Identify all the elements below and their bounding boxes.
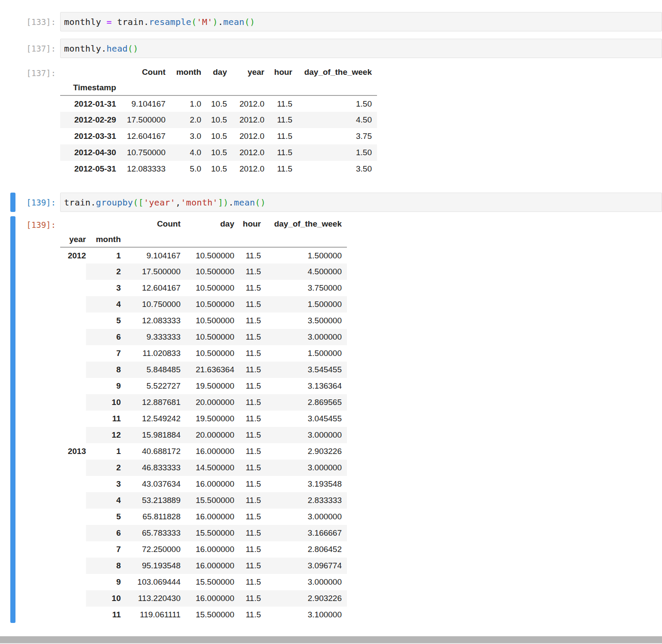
code-line: monthly.head() <box>64 43 658 54</box>
cell-hour: 11.5 <box>234 411 261 427</box>
cell-day-of-the-week: 3.000000 <box>261 509 347 525</box>
cell-day-of-the-week: 3.166667 <box>261 525 347 541</box>
cell-day: 16.000000 <box>181 509 234 525</box>
code-token: monthly <box>64 43 101 54</box>
active-output-collapser[interactable] <box>10 216 15 623</box>
cell-month: 1.0 <box>166 95 201 112</box>
row-index-month: 9 <box>86 378 121 394</box>
cell-count: 12.549242 <box>121 411 181 427</box>
table-body: 2012 1 9.104167 10.500000 11.5 1.500000 … <box>60 247 347 623</box>
table-row: 7 11.020833 10.500000 11.5 1.500000 <box>60 345 347 362</box>
code-token: ( <box>191 17 196 27</box>
code-input-139[interactable]: train.groupby(['year','month']).mean() <box>60 193 662 212</box>
code-token: ) <box>213 17 218 27</box>
cell-day-of-the-week: 3.500000 <box>261 313 347 329</box>
table-header: Count month day year hour day_of_the_wee… <box>60 64 377 95</box>
row-index-month: 5 <box>86 313 121 329</box>
horizontal-scrollbar[interactable] <box>0 636 662 643</box>
row-index-year <box>60 558 86 574</box>
cell-day: 10.500000 <box>181 247 234 264</box>
code-token: = <box>107 17 117 27</box>
cell-hour: 11.5 <box>234 296 261 313</box>
cell-count: 15.981884 <box>121 427 181 443</box>
table-row: 2013 1 40.688172 16.000000 11.5 2.903226 <box>60 443 347 460</box>
cell-count: 9.104167 <box>121 247 181 264</box>
cell-day-of-the-week: 3.096774 <box>261 558 347 574</box>
cell-count: 5.522727 <box>121 378 181 394</box>
cell-day: 10.500000 <box>181 345 234 362</box>
cell-day: 10.500000 <box>181 329 234 345</box>
table-row: 8 95.193548 16.000000 11.5 3.096774 <box>60 558 347 574</box>
cell-hour: 11.5 <box>234 492 261 509</box>
cell-day-of-the-week: 2.806452 <box>261 541 347 558</box>
index-name-year: year <box>60 232 86 247</box>
cell-collapser[interactable] <box>10 39 15 58</box>
row-index-timestamp: 2012-02-29 <box>60 112 116 128</box>
code-token: mean <box>223 17 244 27</box>
active-cell-collapser[interactable] <box>10 193 15 212</box>
code-token: train <box>64 197 91 208</box>
row-index-year <box>60 427 86 443</box>
cell-year: 2012.0 <box>227 95 264 112</box>
index-header-row: year month <box>60 232 347 247</box>
cell-hour: 11.5 <box>234 378 261 394</box>
cell-day-of-the-week: 1.500000 <box>261 345 347 362</box>
cell-hour: 11.5 <box>264 128 292 144</box>
cell-count: 12.604167 <box>116 128 166 144</box>
output-cell-137: [137]: Count month day year hour day_of_… <box>0 64 662 177</box>
row-index-timestamp: 2012-05-31 <box>60 161 116 177</box>
row-index-timestamp: 2012-01-31 <box>60 95 116 112</box>
cell-day-of-the-week: 3.000000 <box>261 427 347 443</box>
output-area-137: Count month day year hour day_of_the_wee… <box>60 64 662 177</box>
code-cell-133: [133]: monthly = train.resample('M').mea… <box>0 12 662 31</box>
table-row: 5 65.811828 16.000000 11.5 3.000000 <box>60 509 347 525</box>
cell-day: 10.500000 <box>181 296 234 313</box>
cell-day: 16.000000 <box>181 476 234 492</box>
cell-count: 65.783333 <box>121 525 181 541</box>
cell-collapser[interactable] <box>10 12 15 31</box>
cell-day: 15.500000 <box>181 525 234 541</box>
cell-day-of-the-week: 3.750000 <box>261 280 347 296</box>
row-index-month: 4 <box>86 296 121 313</box>
row-index-month: 10 <box>86 590 121 607</box>
cell-year: 2012.0 <box>227 161 264 177</box>
cell-hour: 11.5 <box>234 329 261 345</box>
input-prompt: [137]: <box>15 39 60 58</box>
cell-hour: 11.5 <box>234 264 261 280</box>
table-row: 2012-01-31 9.104167 1.0 10.5 2012.0 11.5… <box>60 95 377 112</box>
row-index-year <box>60 313 86 329</box>
output-collapser[interactable] <box>10 64 15 177</box>
code-input-133[interactable]: monthly = train.resample('M').mean() <box>60 12 662 31</box>
code-token: ([ <box>133 197 144 208</box>
code-input-137[interactable]: monthly.head() <box>60 39 662 58</box>
row-index-year <box>60 264 86 280</box>
cell-day-of-the-week: 3.000000 <box>261 574 347 590</box>
output-area-139: Count day hour day_of_the_week year mont… <box>60 216 662 623</box>
cell-day: 10.5 <box>201 128 227 144</box>
cell-hour: 11.5 <box>264 161 292 177</box>
cell-count: 53.213889 <box>121 492 181 509</box>
row-index-month: 7 <box>86 541 121 558</box>
cell-day-of-the-week: 1.50 <box>292 144 377 161</box>
output-cell-139: [139]: Count day hour day_of_the_week ye… <box>0 216 662 623</box>
cell-hour: 11.5 <box>234 362 261 378</box>
cell-day: 15.500000 <box>181 574 234 590</box>
row-index-year <box>60 541 86 558</box>
cell-count: 12.604167 <box>121 280 181 296</box>
row-index-year <box>60 574 86 590</box>
code-token: () <box>255 197 266 208</box>
column-header: year <box>227 64 264 80</box>
code-token: head <box>107 43 128 54</box>
row-index-month: 2 <box>86 460 121 476</box>
cell-day-of-the-week: 3.50 <box>292 161 377 177</box>
table-row: 12 15.981884 20.000000 11.5 3.000000 <box>60 427 347 443</box>
column-header: day_of_the_week <box>292 64 377 80</box>
cell-day: 16.000000 <box>181 558 234 574</box>
cell-count: 12.083333 <box>116 161 166 177</box>
cell-hour: 11.5 <box>234 247 261 264</box>
row-index-month: 11 <box>86 607 121 623</box>
cell-year: 2012.0 <box>227 144 264 161</box>
row-index-timestamp: 2012-03-31 <box>60 128 116 144</box>
table-row: 11 119.061111 15.500000 11.5 3.100000 <box>60 607 347 623</box>
table-row: 2012-02-29 17.500000 2.0 10.5 2012.0 11.… <box>60 112 377 128</box>
